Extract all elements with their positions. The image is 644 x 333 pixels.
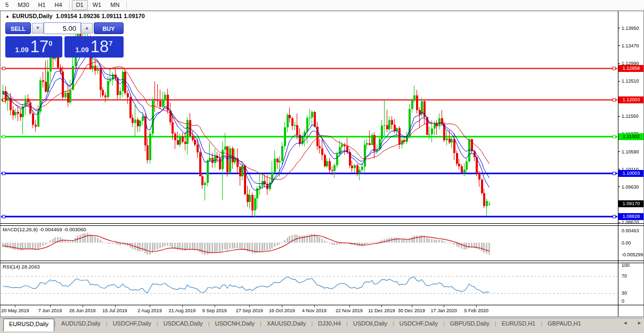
date-label: 16 Oct 2019 xyxy=(269,308,295,313)
toolbar-separator xyxy=(69,1,70,10)
price-axis-panel[interactable] xyxy=(618,11,644,316)
tab-usdcad-daily[interactable]: USDCAD,Daily xyxy=(158,318,208,331)
timeframe-button-w1[interactable]: W1 xyxy=(88,0,106,10)
date-tick xyxy=(476,305,477,307)
date-label: 27 Sep 2019 xyxy=(236,308,263,313)
timeframe-button-h1[interactable]: H1 xyxy=(34,0,50,10)
hline-price-label[interactable]: 1.12003 xyxy=(618,96,644,103)
date-tick xyxy=(150,305,150,307)
chart-tab-bar: EURUSD,Daily|AUDUSD,Daily|USDCHF,Daily|U… xyxy=(0,318,644,333)
date-tick xyxy=(83,305,83,307)
pane-splitter[interactable] xyxy=(0,225,644,226)
tab-usdchf-daily[interactable]: USDCHF,Daily xyxy=(394,318,443,331)
date-label: 30 Dec 2019 xyxy=(398,308,425,313)
hline-price-label[interactable]: 1.08828 xyxy=(618,213,644,220)
price-tick-label: 1.10590 xyxy=(622,149,639,155)
buy-price-big: 18 xyxy=(91,38,109,56)
date-label: 11 Dec 2019 xyxy=(368,308,395,313)
timeframe-button-5[interactable]: 5 xyxy=(1,0,13,10)
price-tick-label: 1.13470 xyxy=(622,43,639,48)
tab-usdcnh-daily[interactable]: USDCNH,Daily xyxy=(209,318,260,331)
indicator-axis-label: 0 xyxy=(622,298,624,304)
date-label: 2 Aug 2019 xyxy=(137,308,162,313)
rsi-title: RSI(14) 28.2063 xyxy=(3,264,40,270)
price-tick-label: 1.13950 xyxy=(622,26,639,31)
date-tick xyxy=(314,305,315,307)
sell-button[interactable]: SELL xyxy=(5,22,31,34)
buy-button[interactable]: BUY xyxy=(94,22,124,34)
date-label: 9 Sep 2019 xyxy=(202,308,227,313)
volume-increase-button[interactable]: ▲ xyxy=(81,23,93,34)
date-label: 20 May 2019 xyxy=(1,308,29,313)
date-tick xyxy=(282,305,282,307)
tab-eurusd-daily[interactable]: EURUSD,Daily xyxy=(3,319,54,331)
date-tick xyxy=(249,305,250,307)
ohlc-open: 1.09154 xyxy=(56,13,77,19)
date-tick xyxy=(50,305,51,307)
date-tick xyxy=(115,305,116,307)
date-tick xyxy=(349,305,350,307)
date-label: 22 Nov 2019 xyxy=(336,308,363,313)
sell-price-small: 1.09 xyxy=(15,46,28,54)
price-axis-line xyxy=(618,11,618,316)
hline-price-label[interactable]: 1.11002 xyxy=(618,133,644,140)
price-tick-label: 1.08670 xyxy=(622,220,639,225)
sell-price-big: 17 xyxy=(30,38,48,56)
collapse-triangle-icon[interactable]: ▲ xyxy=(5,14,10,19)
timeframe-button-d1[interactable]: D1 xyxy=(72,0,88,10)
buy-price-sup: 7 xyxy=(109,39,112,47)
date-label: 7 Jun 2019 xyxy=(38,308,62,313)
date-tick xyxy=(15,305,15,307)
date-label: 15 Jul 2019 xyxy=(102,308,127,313)
chevron-up-icon: ▲ xyxy=(85,26,89,30)
tab-usdoil-daily[interactable]: USDOil,Daily xyxy=(348,318,393,331)
hline-price-label[interactable]: 1.12858 xyxy=(618,65,644,72)
volume-input[interactable] xyxy=(44,22,81,34)
ohlc-low: 1.09111 xyxy=(102,13,123,19)
chart-symbol: EURUSD,Daily xyxy=(12,13,53,19)
tab-scroll-buttons: ◄ ► xyxy=(623,321,642,326)
price-tick-label: 1.11550 xyxy=(622,113,639,119)
pane-splitter[interactable] xyxy=(0,223,644,224)
timeframe-toolbar: 5M30H1H4D1W1MN xyxy=(0,0,644,11)
tab-gbpusd-daily[interactable]: GBPUSD,Daily xyxy=(445,318,495,331)
date-tick xyxy=(215,305,215,307)
tab-audusd-daily[interactable]: AUDUSD,Daily xyxy=(56,318,106,331)
timeframe-button-h4[interactable]: H4 xyxy=(51,0,67,10)
one-click-trade-panel: SELL ▼ ▲ BUY 1.09 17 0 1.09 18 7 xyxy=(5,22,124,58)
pane-splitter[interactable] xyxy=(0,263,644,263)
mt4-terminal: 5M30H1H4D1W1MN ▲EURUSD,Daily 1.09154 1.0… xyxy=(0,0,644,333)
tab-dj30-h4[interactable]: DJ30,H4 xyxy=(313,318,346,331)
ohlc-close: 1.09170 xyxy=(124,13,145,19)
date-tick xyxy=(444,305,444,307)
pane-splitter[interactable] xyxy=(0,261,644,261)
window-border-left xyxy=(0,11,1,317)
sell-price-display[interactable]: 1.09 17 0 xyxy=(5,36,62,58)
window-border-bottom xyxy=(0,316,644,317)
date-tick xyxy=(412,305,412,307)
buy-price-display[interactable]: 1.09 18 7 xyxy=(64,36,124,58)
timeframe-button-m30[interactable]: M30 xyxy=(13,0,33,10)
indicator-axis-label: -0.005299 xyxy=(622,252,643,257)
macd-title: MACD(12,26,9) -0.004469 -0.003060 xyxy=(3,226,86,232)
tab-usdchf-daily[interactable]: USDCHF,Daily xyxy=(108,318,157,331)
indicator-axis-label: 0.00463 xyxy=(622,228,639,233)
tab-scroll-right-icon[interactable]: ► xyxy=(637,321,642,326)
date-tick xyxy=(182,305,183,307)
indicator-axis-label: 100 xyxy=(622,263,630,268)
indicator-axis-label: 30 xyxy=(622,290,627,296)
timeframe-button-mn[interactable]: MN xyxy=(106,0,124,10)
tab-eurusd-h1[interactable]: EURUSD,H1 xyxy=(496,318,541,331)
hline-price-label[interactable]: 1.10003 xyxy=(618,170,644,177)
date-label: 21 Aug 2019 xyxy=(169,308,196,313)
indicator-axis-label: 0.00 xyxy=(622,240,631,246)
date-label: 5 Feb 2020 xyxy=(464,308,488,313)
tab-xauusd-daily[interactable]: XAUUSD,Daily xyxy=(262,318,311,331)
indicator-axis-label: 70 xyxy=(622,273,627,279)
date-label: 4 Nov 2019 xyxy=(302,308,327,313)
volume-decrease-button[interactable]: ▼ xyxy=(32,23,44,34)
tab-gbpaud-h1[interactable]: GBPAUD,H1 xyxy=(542,318,586,331)
current-price-label: 1.09170 xyxy=(618,200,644,207)
date-label: 26 Jun 2019 xyxy=(69,308,96,313)
tab-scroll-left-icon[interactable]: ◄ xyxy=(623,321,627,326)
